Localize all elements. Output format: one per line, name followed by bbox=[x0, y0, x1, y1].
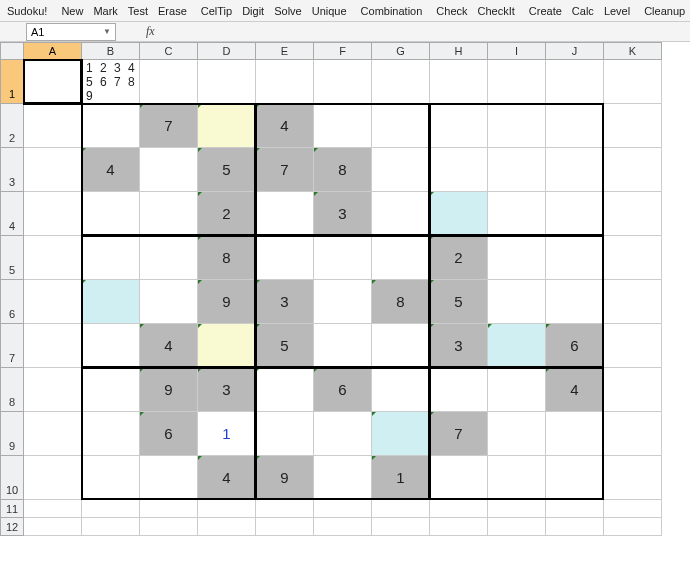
cell-I1[interactable] bbox=[488, 60, 546, 104]
row-header-11[interactable]: 11 bbox=[0, 500, 24, 518]
cell-B2[interactable] bbox=[82, 104, 140, 148]
cell-J7[interactable]: 6 bbox=[546, 324, 604, 368]
menu-check[interactable]: Check bbox=[431, 3, 472, 19]
cell-K9[interactable] bbox=[604, 412, 662, 456]
cell-J9[interactable] bbox=[546, 412, 604, 456]
menu-create[interactable]: Create bbox=[524, 3, 567, 19]
cell-B3[interactable]: 4 bbox=[82, 148, 140, 192]
cell-H10[interactable] bbox=[430, 456, 488, 500]
cell-J2[interactable] bbox=[546, 104, 604, 148]
cell-D1[interactable] bbox=[198, 60, 256, 104]
cell-E7[interactable]: 5 bbox=[256, 324, 314, 368]
cell-I5[interactable] bbox=[488, 236, 546, 280]
cell-A4[interactable] bbox=[24, 192, 82, 236]
cell-F2[interactable] bbox=[314, 104, 372, 148]
cell-F8[interactable]: 6 bbox=[314, 368, 372, 412]
cell-B12[interactable] bbox=[82, 518, 140, 536]
menu-unique[interactable]: Unique bbox=[307, 3, 352, 19]
cell-C9[interactable]: 6 bbox=[140, 412, 198, 456]
row-header-1[interactable]: 1 bbox=[0, 60, 24, 104]
cell-C7[interactable]: 4 bbox=[140, 324, 198, 368]
cell-J1[interactable] bbox=[546, 60, 604, 104]
cell-A10[interactable] bbox=[24, 456, 82, 500]
cell-G7[interactable] bbox=[372, 324, 430, 368]
col-header-J[interactable]: J bbox=[546, 42, 604, 60]
cell-F7[interactable] bbox=[314, 324, 372, 368]
cell-B6[interactable] bbox=[82, 280, 140, 324]
row-header-8[interactable]: 8 bbox=[0, 368, 24, 412]
cell-D4[interactable]: 2 bbox=[198, 192, 256, 236]
cell-F6[interactable] bbox=[314, 280, 372, 324]
cell-K8[interactable] bbox=[604, 368, 662, 412]
row-header-7[interactable]: 7 bbox=[0, 324, 24, 368]
cell-B7[interactable] bbox=[82, 324, 140, 368]
cell-I6[interactable] bbox=[488, 280, 546, 324]
menu-test[interactable]: Test bbox=[123, 3, 153, 19]
cell-A2[interactable] bbox=[24, 104, 82, 148]
row-header-9[interactable]: 9 bbox=[0, 412, 24, 456]
cell-G6[interactable]: 8 bbox=[372, 280, 430, 324]
cell-G5[interactable] bbox=[372, 236, 430, 280]
row-header-3[interactable]: 3 bbox=[0, 148, 24, 192]
cell-A9[interactable] bbox=[24, 412, 82, 456]
cell-A1[interactable] bbox=[24, 60, 82, 104]
cell-K3[interactable] bbox=[604, 148, 662, 192]
cell-B5[interactable] bbox=[82, 236, 140, 280]
cell-J5[interactable] bbox=[546, 236, 604, 280]
cell-E8[interactable] bbox=[256, 368, 314, 412]
cell-J8[interactable]: 4 bbox=[546, 368, 604, 412]
cell-C2[interactable]: 7 bbox=[140, 104, 198, 148]
menu-mark[interactable]: Mark bbox=[88, 3, 122, 19]
cell-H1[interactable] bbox=[430, 60, 488, 104]
cell-J4[interactable] bbox=[546, 192, 604, 236]
cell-I9[interactable] bbox=[488, 412, 546, 456]
cell-C10[interactable] bbox=[140, 456, 198, 500]
name-box[interactable]: A1 ▼ bbox=[26, 23, 116, 41]
cell-I10[interactable] bbox=[488, 456, 546, 500]
menu-checkit[interactable]: CheckIt bbox=[473, 3, 520, 19]
cell-I11[interactable] bbox=[488, 500, 546, 518]
cell-B1[interactable]: 1 2 3 4 5 6 7 8 9 bbox=[82, 60, 140, 104]
cell-B4[interactable] bbox=[82, 192, 140, 236]
cell-K5[interactable] bbox=[604, 236, 662, 280]
cell-F9[interactable] bbox=[314, 412, 372, 456]
cell-E3[interactable]: 7 bbox=[256, 148, 314, 192]
cell-F4[interactable]: 3 bbox=[314, 192, 372, 236]
cell-A12[interactable] bbox=[24, 518, 82, 536]
cell-E12[interactable] bbox=[256, 518, 314, 536]
cell-F11[interactable] bbox=[314, 500, 372, 518]
cell-I8[interactable] bbox=[488, 368, 546, 412]
cell-I4[interactable] bbox=[488, 192, 546, 236]
cell-A3[interactable] bbox=[24, 148, 82, 192]
cell-D11[interactable] bbox=[198, 500, 256, 518]
cell-A5[interactable] bbox=[24, 236, 82, 280]
cell-K2[interactable] bbox=[604, 104, 662, 148]
cell-H11[interactable] bbox=[430, 500, 488, 518]
cell-F3[interactable]: 8 bbox=[314, 148, 372, 192]
cell-I2[interactable] bbox=[488, 104, 546, 148]
cell-D8[interactable]: 3 bbox=[198, 368, 256, 412]
col-header-G[interactable]: G bbox=[372, 42, 430, 60]
cell-C12[interactable] bbox=[140, 518, 198, 536]
cell-B11[interactable] bbox=[82, 500, 140, 518]
menu-combination[interactable]: Combination bbox=[356, 3, 428, 19]
select-all-corner[interactable] bbox=[0, 42, 24, 60]
cell-D12[interactable] bbox=[198, 518, 256, 536]
cell-B10[interactable] bbox=[82, 456, 140, 500]
cell-D9[interactable]: 1 bbox=[198, 412, 256, 456]
cell-H2[interactable] bbox=[430, 104, 488, 148]
row-header-6[interactable]: 6 bbox=[0, 280, 24, 324]
menu-cleanup[interactable]: Cleanup bbox=[639, 3, 690, 19]
col-header-D[interactable]: D bbox=[198, 42, 256, 60]
menu-calc[interactable]: Calc bbox=[567, 3, 599, 19]
cell-G1[interactable] bbox=[372, 60, 430, 104]
col-header-K[interactable]: K bbox=[604, 42, 662, 60]
cell-C6[interactable] bbox=[140, 280, 198, 324]
cell-C11[interactable] bbox=[140, 500, 198, 518]
cell-C8[interactable]: 9 bbox=[140, 368, 198, 412]
cell-C4[interactable] bbox=[140, 192, 198, 236]
col-header-C[interactable]: C bbox=[140, 42, 198, 60]
row-header-5[interactable]: 5 bbox=[0, 236, 24, 280]
cell-J12[interactable] bbox=[546, 518, 604, 536]
cell-J10[interactable] bbox=[546, 456, 604, 500]
